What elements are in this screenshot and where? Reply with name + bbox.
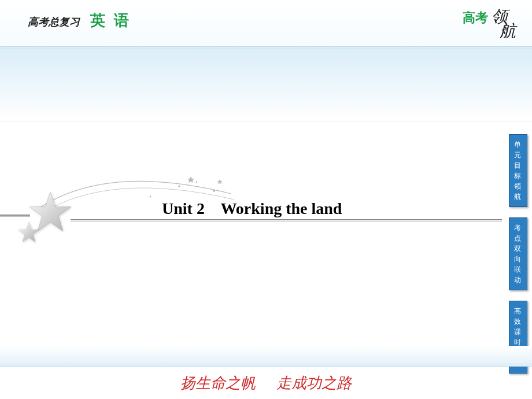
gradient-top (0, 46, 532, 121)
gradient-bottom (0, 346, 532, 367)
left-rule-line (0, 215, 30, 216)
page-header: 高考总复习 英 语 高考 领 航 (0, 0, 532, 46)
star-small-icon (17, 221, 40, 244)
footer-slogan-right: 走成功之路 (276, 373, 352, 393)
svg-point-3 (150, 196, 152, 198)
subject-label: 英 语 (90, 10, 131, 31)
header-right-group: 高考 领 航 (463, 9, 516, 38)
svg-point-1 (196, 182, 197, 183)
title-underline (71, 219, 502, 220)
sidebar-tab-label: 考点双向联动 (514, 223, 522, 285)
header-left-group: 高考总复习 英 语 (28, 10, 131, 31)
unit-title: Unit 2 Working the land (162, 200, 503, 218)
page-footer: 扬生命之帆 走成功之路 (0, 367, 532, 399)
svg-point-0 (179, 186, 180, 187)
linghang-char-2: 航 (500, 24, 516, 38)
footer-slogan-left: 扬生命之帆 (180, 373, 256, 393)
review-label: 高考总复习 (28, 15, 80, 29)
svg-point-2 (213, 190, 215, 192)
sidebar-tab-label: 单元目标领航 (514, 139, 522, 202)
linghang-label: 领 航 (492, 9, 516, 38)
gaokao-label: 高考 (463, 9, 488, 27)
sidebar-tab-exam-points[interactable]: 考点双向联动 (509, 217, 527, 290)
sidebar-nav: 单元目标领航 考点双向联动 高效课时作业 (509, 134, 527, 374)
sidebar-tab-unit-goals[interactable]: 单元目标领航 (509, 134, 527, 207)
